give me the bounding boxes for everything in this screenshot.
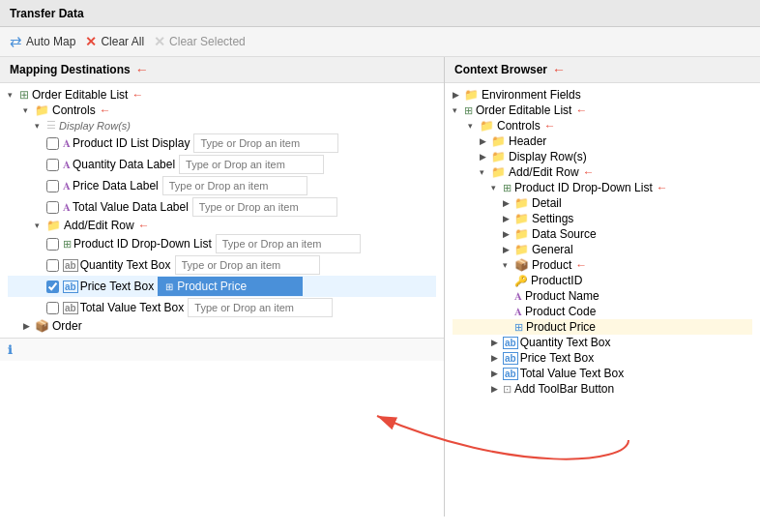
- clear-selected-button[interactable]: ✕ Clear Selected: [154, 34, 246, 49]
- product-id-dropdown-checkbox[interactable]: [46, 238, 59, 251]
- expand-controls[interactable]: ▾: [23, 105, 35, 115]
- display-rows-right-label: Display Row(s): [509, 150, 587, 163]
- total-value-text-box-row: ab Total Value Text Box: [8, 297, 436, 318]
- total-value-data-drop-input[interactable]: [192, 197, 337, 217]
- product-id-dropdown-row: ⊞ Product ID Drop-Down List: [8, 233, 436, 254]
- data-source-right-row[interactable]: ▶ 📁 Data Source: [453, 226, 752, 242]
- ab-icon-1: ab: [63, 259, 78, 272]
- expand-product-id-dropdown-right[interactable]: ▾: [491, 183, 503, 192]
- quantity-data-drop-input[interactable]: [179, 155, 324, 174]
- price-text-box-checkbox[interactable]: [46, 281, 59, 293]
- display-rows-row[interactable]: ▾ ☰ Display Row(s): [8, 118, 436, 133]
- expand-add-edit[interactable]: ▾: [35, 221, 46, 230]
- expand-data-source[interactable]: ▶: [503, 229, 514, 239]
- clear-all-button[interactable]: ✕ Clear All: [85, 34, 144, 49]
- product-id-dropdown-drop-input[interactable]: [216, 234, 361, 253]
- display-rows-right-row[interactable]: ▶ 📁 Display Row(s): [453, 149, 752, 164]
- expand-detail[interactable]: ▶: [503, 198, 514, 208]
- quantity-data-label-checkbox[interactable]: [46, 159, 59, 171]
- order-row[interactable]: ▶ 📦 Order: [8, 318, 436, 334]
- product-id-dropdown-right-row[interactable]: ▾ ⊞ Product ID Drop-Down List ←: [453, 180, 752, 195]
- field-price-icon: ⊞: [514, 321, 523, 334]
- context-browser-header: Context Browser ←: [445, 57, 760, 83]
- controls-right-label: Controls: [497, 119, 541, 133]
- expand-display-rows-right[interactable]: ▶: [480, 152, 491, 162]
- total-value-data-label-label: Total Value Data Label: [73, 200, 189, 214]
- folder-general-icon: 📁: [514, 243, 529, 256]
- auto-map-icon: ⇄: [10, 33, 22, 50]
- price-data-label-label: Price Data Label: [73, 179, 159, 192]
- product-id-list-display-checkbox[interactable]: [46, 137, 59, 150]
- product-right-row[interactable]: ▾ 📦 Product ←: [453, 257, 752, 273]
- total-value-text-box-drop-input[interactable]: [188, 298, 333, 317]
- detail-right-row[interactable]: ▶ 📁 Detail: [453, 195, 752, 211]
- expand-order[interactable]: ▶: [23, 321, 35, 331]
- product-code-right-row[interactable]: 𝐀 Product Code: [453, 304, 752, 319]
- product-id-list-drop-input[interactable]: [193, 133, 338, 153]
- price-text-box-filled-value[interactable]: ⊞ Product Price: [158, 277, 303, 296]
- product-price-right-row[interactable]: ⊞ Product Price: [453, 319, 752, 335]
- folder-display-right-icon: 📁: [491, 150, 506, 163]
- product-right-label: Product: [532, 258, 571, 272]
- expand-order-editable[interactable]: ▾: [8, 90, 19, 100]
- order-editable-list-right-row[interactable]: ▾ ⊞ Order Editable List ←: [453, 103, 752, 118]
- info-bar: ℹ: [0, 338, 444, 361]
- expand-product-right[interactable]: ▾: [503, 260, 514, 270]
- product-name-right-row[interactable]: 𝐀 Product Name: [453, 288, 752, 304]
- price-text-box-right-row[interactable]: ▶ ab Price Text Box: [453, 350, 752, 366]
- product-price-right-label: Product Price: [526, 320, 596, 334]
- folder-controls-icon: 📁: [35, 103, 49, 117]
- folder-order-icon: 📦: [35, 319, 49, 333]
- expand-display-rows[interactable]: ▾: [35, 121, 46, 131]
- a-icon-2: 𝐀: [63, 159, 71, 171]
- add-edit-row-right-row[interactable]: ▾ 📁 Add/Edit Row ←: [453, 164, 752, 180]
- price-data-drop-input[interactable]: [162, 176, 307, 195]
- total-value-data-label-checkbox[interactable]: [46, 201, 59, 214]
- add-toolbar-right-row[interactable]: ▶ ⊡ Add ToolBar Button: [453, 381, 752, 397]
- a-icon-4: 𝐀: [63, 201, 71, 214]
- clear-all-label: Clear All: [101, 35, 144, 48]
- ab-icon-3: ab: [63, 302, 78, 314]
- controls-right-row[interactable]: ▾ 📁 Controls ←: [453, 118, 752, 133]
- add-edit-row-label: Add/Edit Row: [64, 219, 134, 232]
- product-id-dropdown-right-arrow: ←: [657, 181, 668, 194]
- oel-right-arrow: ←: [575, 103, 587, 117]
- total-value-text-box-checkbox[interactable]: [46, 302, 59, 314]
- productid-right-row[interactable]: 🔑 ProductID: [453, 273, 752, 288]
- controls-row[interactable]: ▾ 📁 Controls ←: [8, 103, 436, 118]
- settings-right-row[interactable]: ▶ 📁 Settings: [453, 211, 752, 226]
- expand-header-right[interactable]: ▶: [480, 136, 491, 146]
- total-value-text-box-right-row[interactable]: ▶ ab Total Value Text Box: [453, 366, 752, 381]
- product-id-list-display-label: Product ID List Display: [73, 136, 190, 150]
- a-field-icon-2: 𝐀: [514, 306, 522, 318]
- general-right-row[interactable]: ▶ 📁 General: [453, 242, 752, 257]
- auto-map-button[interactable]: ⇄ Auto Map: [10, 33, 75, 50]
- expand-qty-right[interactable]: ▶: [491, 338, 503, 347]
- settings-right-label: Settings: [532, 212, 573, 225]
- expand-env-fields[interactable]: ▶: [453, 90, 464, 100]
- expand-price-right[interactable]: ▶: [491, 353, 503, 363]
- order-editable-list-row[interactable]: ▾ ⊞ Order Editable List ←: [8, 87, 436, 103]
- component-r-icon: ⊞: [464, 104, 473, 117]
- left-tree: ▾ ⊞ Order Editable List ← ▾ 📁 Controls ←…: [0, 83, 444, 338]
- expand-settings[interactable]: ▶: [503, 214, 514, 223]
- total-value-text-box-label: Total Value Text Box: [80, 301, 185, 314]
- expand-general[interactable]: ▶: [503, 245, 514, 254]
- header-right-row[interactable]: ▶ 📁 Header: [453, 133, 752, 149]
- display-rows-label: Display Row(s): [59, 120, 131, 132]
- quantity-text-box-right-row[interactable]: ▶ ab Quantity Text Box: [453, 335, 752, 350]
- ab-icon-qty-right: ab: [503, 337, 518, 349]
- expand-toolbar-right[interactable]: ▶: [491, 384, 503, 394]
- env-fields-row[interactable]: ▶ 📁 Environment Fields: [453, 87, 752, 103]
- folder-product-icon: 📦: [514, 258, 529, 272]
- expand-oelist-right[interactable]: ▾: [453, 105, 464, 115]
- quantity-text-box-drop-input[interactable]: [175, 255, 320, 275]
- price-data-label-checkbox[interactable]: [46, 180, 59, 192]
- quantity-text-box-checkbox[interactable]: [46, 259, 59, 272]
- add-toolbar-right-label: Add ToolBar Button: [514, 382, 614, 396]
- expand-controls-right[interactable]: ▾: [468, 121, 480, 131]
- price-text-box-right-label: Price Text Box: [520, 351, 594, 365]
- expand-total-right[interactable]: ▶: [491, 369, 503, 378]
- expand-add-edit-right[interactable]: ▾: [480, 167, 491, 177]
- add-edit-row-row[interactable]: ▾ 📁 Add/Edit Row ←: [8, 218, 436, 233]
